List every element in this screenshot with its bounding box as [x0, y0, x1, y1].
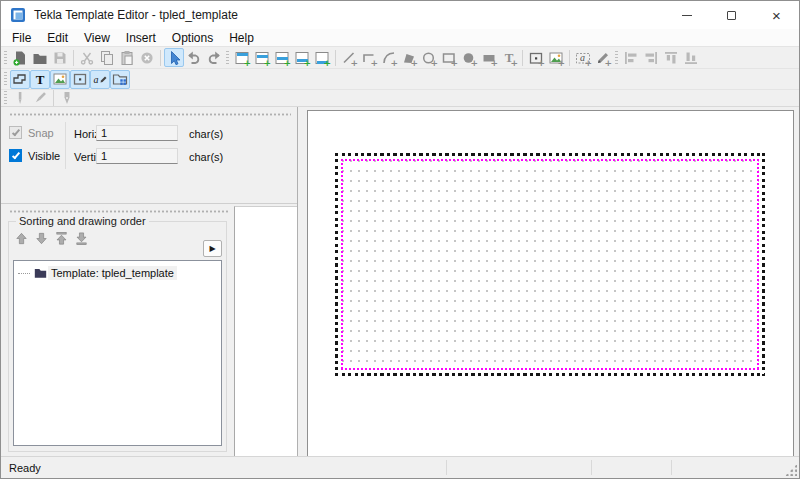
- pen-slanted-button[interactable]: [30, 91, 50, 106]
- add-arc-button[interactable]: +: [379, 48, 399, 67]
- visible-label: Visible: [28, 150, 60, 162]
- open-template-icon: [32, 50, 48, 66]
- toolbar-grip[interactable]: [4, 72, 7, 86]
- add-line-button[interactable]: +: [339, 48, 359, 67]
- move-to-back-button[interactable]: [73, 230, 90, 247]
- add-text-button[interactable]: T+: [499, 48, 519, 67]
- panel-grip[interactable]: [9, 113, 291, 116]
- cut-button[interactable]: [77, 48, 97, 67]
- move-up-icon: [14, 231, 29, 246]
- expand-button[interactable]: ▶: [203, 240, 222, 257]
- align-top-icon: [663, 50, 679, 66]
- move-down-button[interactable]: [33, 230, 50, 247]
- plus-overlay-icon: +: [490, 59, 498, 68]
- move-up-button[interactable]: [13, 230, 30, 247]
- menu-edit[interactable]: Edit: [39, 30, 76, 46]
- add-header-button[interactable]: +: [232, 48, 252, 67]
- drawing-canvas[interactable]: [307, 110, 794, 458]
- save-template-button[interactable]: [50, 48, 70, 67]
- toolbar-separator: [522, 50, 523, 66]
- maximize-button[interactable]: [709, 1, 754, 29]
- window-title: Tekla Template Editor - tpled_template: [34, 8, 238, 22]
- add-row-button[interactable]: +: [272, 48, 292, 67]
- main-content: Snap Visible Horizontal: char(s) Vertica…: [1, 106, 799, 456]
- horizontal-chars-input[interactable]: [96, 125, 178, 141]
- add-picture-button[interactable]: +: [546, 48, 566, 67]
- show-shapes-button[interactable]: [10, 70, 30, 89]
- align-bottom-icon: [683, 50, 699, 66]
- add-polyline-button[interactable]: +: [359, 48, 379, 67]
- align-bottom-button[interactable]: [681, 48, 701, 67]
- cut-icon: [79, 50, 95, 66]
- add-page-header-button[interactable]: +: [252, 48, 272, 67]
- align-right-button[interactable]: [641, 48, 661, 67]
- add-rectangle-button[interactable]: +: [439, 48, 459, 67]
- toolbar-grip[interactable]: [4, 91, 7, 105]
- redo-button[interactable]: [204, 48, 224, 67]
- add-value-field-button[interactable]: +: [573, 48, 593, 67]
- align-top-button[interactable]: [661, 48, 681, 67]
- status-divider: [446, 460, 447, 475]
- minimize-button[interactable]: [664, 1, 709, 29]
- pen-fill-button[interactable]: [57, 91, 77, 106]
- expand-icon: ▶: [209, 244, 215, 253]
- sorting-panel: Sorting and drawing order ▶ Template: tp…: [1, 206, 234, 456]
- close-button[interactable]: ×: [754, 1, 799, 29]
- paste-icon: [119, 50, 135, 66]
- template-outer-boundary: [335, 153, 765, 376]
- open-template-button[interactable]: [30, 48, 50, 67]
- delete-button[interactable]: [137, 48, 157, 67]
- add-page-footer-button[interactable]: +: [292, 48, 312, 67]
- snap-label: Snap: [28, 127, 54, 139]
- select-tool-button[interactable]: [164, 48, 184, 67]
- menu-insert[interactable]: Insert: [118, 30, 164, 46]
- show-value-fields-button[interactable]: [90, 70, 110, 89]
- toolbar-separator: [569, 50, 570, 66]
- show-objects-icon: [72, 71, 88, 87]
- show-objects-button[interactable]: [70, 70, 90, 89]
- vertical-chars-input[interactable]: [96, 148, 178, 164]
- plus-overlay-icon: +: [390, 59, 398, 68]
- toolbar-grip[interactable]: [615, 51, 618, 65]
- menu-file[interactable]: File: [4, 30, 39, 46]
- grid-options-panel: Snap Visible Horizontal: char(s) Vertica…: [1, 107, 297, 204]
- copy-button[interactable]: [97, 48, 117, 67]
- undo-button[interactable]: [184, 48, 204, 67]
- app-logo-icon[interactable]: [10, 7, 26, 23]
- toolbar-grip[interactable]: [226, 51, 229, 65]
- add-footer-button[interactable]: +: [312, 48, 332, 67]
- add-object-button[interactable]: +: [526, 48, 546, 67]
- side-panel-empty: [234, 206, 297, 456]
- snap-checkbox[interactable]: Snap: [9, 126, 54, 139]
- toolbar-main: +++++++++++++T+++++: [1, 46, 799, 68]
- panel-grip[interactable]: [9, 210, 228, 213]
- tree-item-template[interactable]: Template: tpled_template: [14, 264, 221, 282]
- show-components-button[interactable]: [110, 70, 130, 89]
- toolbar-pens: [1, 89, 799, 106]
- show-pictures-button[interactable]: [50, 70, 70, 89]
- add-circle-button[interactable]: +: [419, 48, 439, 67]
- new-template-button[interactable]: [10, 48, 30, 67]
- add-filled-rectangle-button[interactable]: +: [479, 48, 499, 67]
- visible-checkbox[interactable]: Visible: [9, 149, 60, 162]
- show-texts-button[interactable]: T: [30, 70, 50, 89]
- add-formula-button[interactable]: +: [593, 48, 613, 67]
- pen-thin-button[interactable]: [10, 91, 30, 106]
- paste-button[interactable]: [117, 48, 137, 67]
- status-divider: [671, 460, 672, 475]
- add-filled-circle-button[interactable]: +: [459, 48, 479, 67]
- status-text: Ready: [9, 462, 41, 474]
- toolbar-grip[interactable]: [4, 51, 7, 65]
- status-divider: [591, 460, 592, 475]
- add-polygon-button[interactable]: +: [399, 48, 419, 67]
- toolbar-visibility: T: [1, 68, 799, 89]
- menu-help[interactable]: Help: [221, 30, 262, 46]
- template-tree: Template: tpled_template: [13, 260, 222, 446]
- move-to-front-button[interactable]: [53, 230, 70, 247]
- move-to-front-icon: [54, 231, 69, 246]
- menu-view[interactable]: View: [76, 30, 118, 46]
- plus-overlay-icon: +: [537, 59, 545, 68]
- menu-options[interactable]: Options: [164, 30, 221, 46]
- resize-grip[interactable]: [785, 464, 797, 476]
- align-left-button[interactable]: [621, 48, 641, 67]
